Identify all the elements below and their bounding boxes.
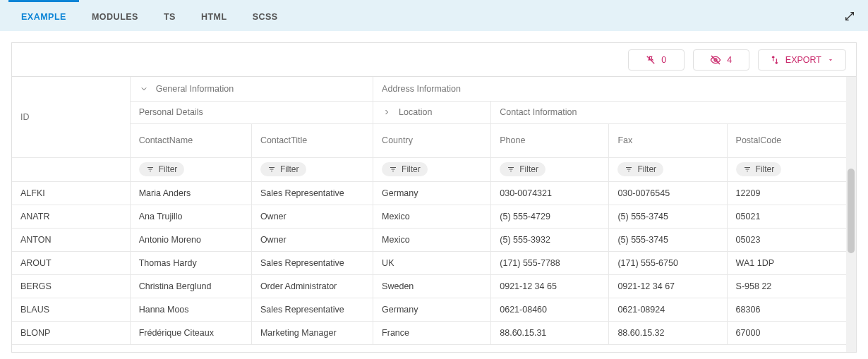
cell-country: Sweden: [373, 274, 491, 298]
tab-scss[interactable]: SCSS: [240, 0, 291, 31]
filter-cell-country: Filter: [373, 157, 491, 181]
chevron-right-icon: [382, 107, 392, 117]
cell-postal: S-958 22: [727, 274, 855, 298]
caret-down-icon: [827, 56, 834, 63]
cell-country: Germany: [373, 298, 491, 321]
pinned-columns-button[interactable]: 0: [628, 49, 685, 71]
tab-example[interactable]: EXAMPLE: [8, 0, 79, 31]
table-row[interactable]: BLONPFrédérique CiteauxMarketing Manager…: [12, 321, 856, 344]
table-row[interactable]: BERGSChristina BerglundOrder Administrat…: [12, 274, 856, 298]
filter-chip[interactable]: Filter: [736, 162, 782, 176]
cell-phone: (171) 555-7788: [491, 251, 609, 274]
cell-phone: 0621-08460: [491, 298, 609, 321]
tab-label: TS: [164, 12, 176, 22]
export-label: EXPORT: [785, 55, 821, 65]
filter-cell-postalcode: Filter: [727, 157, 855, 181]
header-label: Fax: [617, 135, 632, 145]
scrollbar-vertical[interactable]: [846, 77, 856, 352]
cell-fax: 0921-12 34 67: [609, 274, 727, 298]
subgroup-header-contact[interactable]: Contact Information: [491, 101, 856, 123]
cell-country: UK: [373, 251, 491, 274]
table-row[interactable]: AROUTThomas HardySales RepresentativeUK(…: [12, 251, 856, 274]
pinned-count: 0: [661, 55, 666, 65]
filter-cell-id: [12, 157, 130, 181]
column-header-phone[interactable]: Phone: [491, 123, 609, 157]
column-header-contacttitle[interactable]: ContactTitle: [251, 123, 373, 157]
filter-chip[interactable]: Filter: [382, 162, 428, 176]
cell-id: ANATR: [12, 205, 130, 228]
filter-chip[interactable]: Filter: [500, 162, 545, 176]
expand-icon: [844, 11, 855, 22]
grid[interactable]: ID General Information Address Informati…: [12, 77, 856, 352]
cell-id: AROUT: [12, 251, 130, 274]
tab-modules[interactable]: MODULES: [79, 0, 151, 31]
visibility-off-icon: [710, 54, 721, 66]
cell-name: Ana Trujillo: [130, 205, 251, 228]
column-header-fax[interactable]: Fax: [609, 123, 727, 157]
cell-phone: 0921-12 34 65: [491, 274, 609, 298]
header-label: Phone: [500, 135, 525, 145]
hidden-columns-button[interactable]: 4: [693, 49, 749, 71]
cell-postal: 05023: [727, 228, 855, 251]
cell-postal: WA1 1DP: [727, 251, 855, 274]
cell-name: Thomas Hardy: [130, 251, 251, 274]
filter-icon: [507, 165, 515, 174]
filter-icon: [267, 165, 276, 174]
table-row[interactable]: BLAUSHanna MoosSales RepresentativeGerma…: [12, 298, 856, 321]
column-header-contactname[interactable]: ContactName: [130, 123, 251, 157]
column-header-id[interactable]: ID: [12, 77, 130, 157]
filter-cell-contactname: Filter: [130, 157, 251, 181]
cell-title: Sales Representative: [251, 181, 373, 205]
cell-name: Christina Berglund: [130, 274, 251, 298]
import-export-icon: [770, 55, 780, 65]
filter-chip[interactable]: Filter: [617, 162, 663, 176]
filter-chip[interactable]: Filter: [139, 162, 185, 176]
hidden-count: 4: [727, 55, 732, 65]
table-row[interactable]: ALFKIMaria AndersSales RepresentativeGer…: [12, 181, 856, 205]
tab-label: HTML: [201, 12, 227, 22]
cell-fax: (171) 555-6750: [609, 251, 727, 274]
group-header-address[interactable]: Address Information: [373, 77, 856, 101]
cell-id: ALFKI: [12, 181, 130, 205]
scrollbar-thumb[interactable]: [848, 169, 855, 253]
tab-html[interactable]: HTML: [188, 0, 240, 31]
filter-icon: [625, 165, 633, 174]
column-header-postalcode[interactable]: PostalCode: [727, 123, 855, 157]
table-row[interactable]: ANATRAna TrujilloOwnerMexico(5) 555-4729…: [12, 205, 856, 228]
filter-icon: [743, 165, 752, 174]
table-row[interactable]: ANTONAntonio MorenoOwnerMexico(5) 555-39…: [12, 228, 856, 251]
cell-fax: (5) 555-3745: [609, 205, 727, 228]
export-button[interactable]: EXPORT: [758, 49, 846, 71]
cell-country: Mexico: [373, 228, 491, 251]
group-label: Address Information: [382, 84, 461, 94]
column-header-country[interactable]: Country: [373, 123, 491, 157]
filter-cell-phone: Filter: [491, 157, 609, 181]
cell-title: Owner: [251, 228, 373, 251]
grid-panel: 0 4 EXPORT ID: [11, 42, 857, 353]
group-header-general[interactable]: General Information: [130, 77, 373, 101]
header-label: ContactTitle: [260, 135, 307, 145]
cell-country: Germany: [373, 181, 491, 205]
filter-chip[interactable]: Filter: [260, 162, 306, 176]
cell-title: Order Administrator: [251, 274, 373, 298]
tab-ts[interactable]: TS: [151, 0, 188, 31]
filter-label: Filter: [519, 164, 538, 174]
filter-cell-fax: Filter: [609, 157, 727, 181]
filter-cell-contacttitle: Filter: [251, 157, 373, 181]
header-label: ID: [20, 112, 30, 122]
cell-id: BLONP: [12, 321, 130, 344]
cell-country: France: [373, 321, 491, 344]
subgroup-header-personal[interactable]: Personal Details: [130, 101, 373, 123]
subgroup-header-location[interactable]: Location: [373, 101, 491, 123]
cell-fax: 030-0076545: [609, 181, 727, 205]
cell-phone: 88.60.15.31: [491, 321, 609, 344]
cell-postal: 68306: [727, 298, 855, 321]
cell-phone: 030-0074321: [491, 181, 609, 205]
expand-button[interactable]: [840, 6, 860, 26]
filter-icon: [146, 165, 155, 174]
tab-label: EXAMPLE: [21, 12, 66, 22]
subgroup-label: Contact Information: [500, 107, 577, 117]
cell-title: Sales Representative: [251, 251, 373, 274]
filter-label: Filter: [159, 164, 178, 174]
cell-postal: 05021: [727, 205, 855, 228]
